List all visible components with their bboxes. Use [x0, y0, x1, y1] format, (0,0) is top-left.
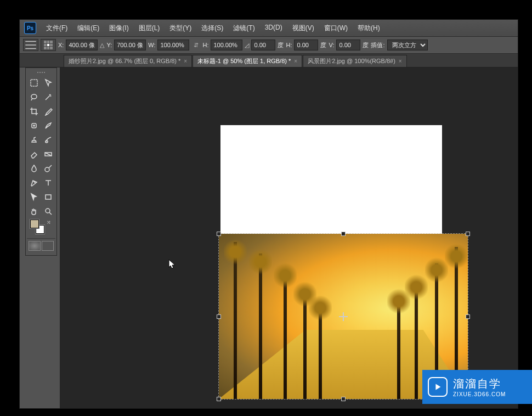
transform-handle-tl[interactable] — [217, 232, 221, 236]
y-input[interactable] — [114, 40, 146, 50]
menu-help[interactable]: 帮助(H) — [353, 21, 384, 35]
healing-brush-tool[interactable] — [27, 119, 41, 133]
document-canvas[interactable] — [220, 125, 442, 236]
reference-point-icon[interactable] — [41, 39, 56, 51]
menu-bar: 文件(F) 编辑(E) 图像(I) 图层(L) 类型(Y) 选择(S) 滤镜(T… — [42, 21, 384, 35]
title-bar: Ps 文件(F) 编辑(E) 图像(I) 图层(L) 类型(Y) 选择(S) 滤… — [20, 20, 518, 36]
svg-rect-0 — [31, 80, 37, 86]
transform-handle-mr[interactable] — [466, 314, 470, 319]
menu-window[interactable]: 窗口(W) — [320, 21, 352, 35]
lasso-tool[interactable] — [27, 90, 41, 104]
path-selection-tool[interactable] — [27, 190, 41, 204]
menu-select[interactable]: 选择(S) — [197, 21, 228, 35]
svg-point-7 — [46, 209, 50, 213]
zoom-tool[interactable] — [41, 204, 55, 218]
angle-icon: ◿ — [245, 42, 249, 49]
v-input[interactable] — [336, 40, 360, 50]
magic-wand-tool[interactable] — [41, 90, 55, 104]
tools-panel: ⤭ — [25, 68, 57, 256]
menu-file[interactable]: 文件(F) — [42, 21, 72, 35]
mouse-cursor-icon — [168, 259, 176, 270]
angle-unit: 度 — [278, 41, 284, 49]
doc-tab-3[interactable]: 风景图片2.jpg @ 100%(RGB/8#) × — [303, 55, 407, 67]
h-input[interactable] — [211, 40, 242, 50]
delta-icon[interactable]: △ — [100, 42, 104, 49]
crop-tool[interactable] — [27, 104, 41, 119]
close-icon[interactable]: × — [399, 58, 402, 64]
close-icon[interactable]: × — [294, 58, 297, 64]
menu-image[interactable]: 图像(I) — [105, 21, 133, 35]
foreground-color-swatch[interactable] — [30, 220, 39, 228]
swap-colors-icon[interactable]: ⤭ — [47, 220, 51, 225]
history-brush-tool[interactable] — [41, 133, 55, 147]
marquee-tool[interactable] — [27, 76, 41, 90]
doc-tab-1[interactable]: 婚纱照片2.jpg @ 66.7% (图层 0, RGB/8) * × — [64, 55, 192, 67]
gradient-tool[interactable] — [41, 147, 55, 161]
x-input[interactable] — [66, 40, 98, 50]
link-icon[interactable]: ⇵ — [191, 41, 200, 49]
transform-center-icon[interactable] — [339, 312, 348, 321]
tab-label: 婚纱照片2.jpg @ 66.7% (图层 0, RGB/8) * — [69, 57, 180, 65]
dodge-tool[interactable] — [41, 161, 55, 176]
menu-layer[interactable]: 图层(L) — [134, 21, 165, 35]
rectangle-tool[interactable] — [41, 190, 55, 204]
clone-stamp-tool[interactable] — [27, 133, 41, 147]
panel-grip[interactable] — [27, 70, 55, 75]
eyedropper-tool[interactable] — [41, 104, 55, 119]
brush-tool[interactable] — [41, 119, 55, 133]
h2-input[interactable] — [294, 40, 318, 50]
y-label: Y: — [106, 42, 112, 48]
interp-select[interactable]: 两次立方 — [387, 40, 428, 50]
watermark-title: 溜溜自学 — [453, 376, 506, 391]
menu-type[interactable]: 类型(Y) — [165, 21, 196, 35]
h2-unit: 度 — [320, 41, 326, 49]
close-icon[interactable]: × — [184, 58, 187, 64]
interp-label: 插值: — [371, 41, 384, 49]
hand-tool[interactable] — [27, 204, 41, 218]
pen-tool[interactable] — [27, 176, 41, 190]
h2-label: H: — [286, 42, 292, 48]
angle-input[interactable] — [251, 40, 275, 50]
svg-rect-6 — [46, 195, 51, 199]
menu-view[interactable]: 视图(V) — [288, 21, 319, 35]
doc-tab-2[interactable]: 未标题-1 @ 50% (图层 1, RGB/8) * × — [193, 55, 302, 67]
quick-mask-icon[interactable] — [29, 241, 41, 251]
eraser-tool[interactable] — [27, 147, 41, 161]
tab-label: 风景图片2.jpg @ 100%(RGB/8#) — [308, 57, 395, 65]
menu-3d[interactable]: 3D(D) — [261, 21, 287, 35]
transform-handle-tm[interactable] — [341, 232, 346, 236]
canvas-workspace[interactable] — [60, 68, 518, 408]
color-swatches[interactable]: ⤭ — [27, 218, 55, 236]
v-label: V: — [329, 42, 334, 48]
w-label: W: — [148, 42, 155, 48]
svg-point-5 — [45, 167, 49, 172]
tab-label: 未标题-1 @ 50% (图层 1, RGB/8) * — [197, 57, 291, 65]
svg-point-3 — [46, 140, 48, 143]
h-label: H: — [202, 42, 208, 48]
app-logo: Ps — [24, 22, 36, 34]
transform-handle-tr[interactable] — [466, 232, 470, 236]
menu-filter[interactable]: 滤镜(T) — [229, 21, 259, 35]
x-label: X: — [58, 42, 64, 48]
transform-handle-bl[interactable] — [217, 397, 221, 401]
w-input[interactable] — [157, 40, 189, 50]
watermark-subtitle: ZIXUE.3D66.COM — [453, 391, 506, 397]
blur-tool[interactable] — [27, 161, 41, 176]
options-bar: X: △ Y: W: ⇵ H: ◿ 度 H: 度 V: 度 插值: 两次立方 — [20, 36, 518, 54]
transform-handle-ml[interactable] — [217, 314, 221, 319]
canvas-background — [220, 125, 442, 236]
app-window: Ps 文件(F) 编辑(E) 图像(I) 图层(L) 类型(Y) 选择(S) 滤… — [19, 19, 518, 409]
type-tool[interactable] — [41, 176, 55, 190]
menu-edit[interactable]: 编辑(E) — [73, 21, 104, 35]
play-icon — [428, 377, 448, 397]
transform-handle-bm[interactable] — [341, 397, 346, 401]
tool-preset-icon[interactable] — [23, 39, 38, 51]
screen-mode-icon[interactable] — [42, 241, 54, 251]
watermark-badge: 溜溜自学 ZIXUE.3D66.COM — [422, 370, 532, 404]
document-tab-bar: 婚纱照片2.jpg @ 66.7% (图层 0, RGB/8) * × 未标题-… — [20, 54, 518, 68]
move-tool[interactable] — [41, 76, 55, 90]
v-unit: 度 — [363, 41, 369, 49]
